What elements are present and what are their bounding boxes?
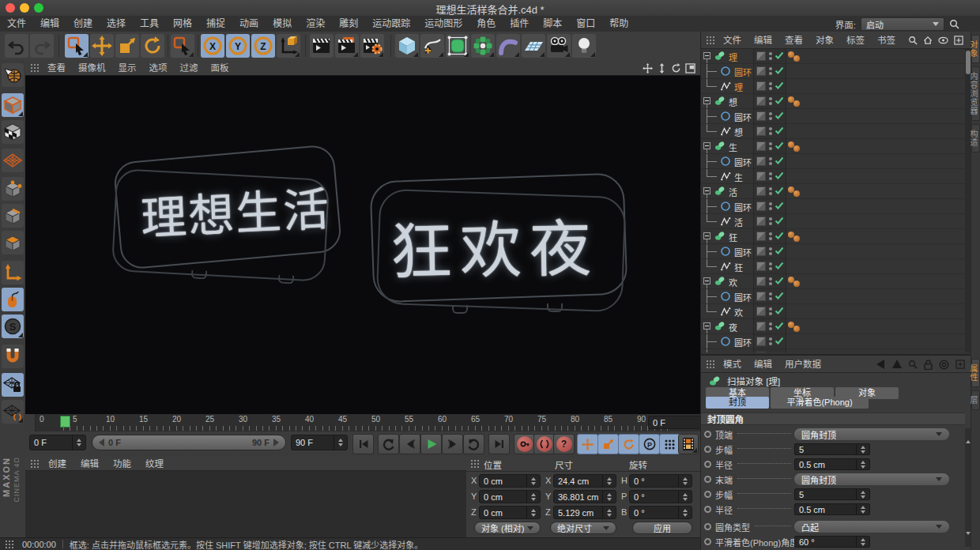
side-tab-内容浏览器[interactable]: 内容浏览器 — [971, 66, 980, 121]
object-name[interactable]: 活 — [734, 216, 743, 228]
lock-icon[interactable] — [924, 360, 933, 370]
zoom-view-icon[interactable] — [657, 63, 667, 73]
coordinate-system-button[interactable] — [277, 34, 300, 58]
menu-item-5[interactable]: 网格 — [166, 16, 199, 32]
enabled-check-icon[interactable] — [775, 321, 784, 333]
bend-deformer-button[interactable] — [496, 34, 520, 58]
timeline-ruler[interactable]: 051015202530354045505560657075808590 0 F — [25, 414, 700, 432]
tree-row-欢[interactable]: 欢 — [701, 304, 965, 319]
object-name[interactable]: 夜 — [729, 321, 737, 333]
tree-row-生[interactable]: 生 — [701, 139, 965, 154]
object-name[interactable]: 圆环 — [734, 156, 752, 168]
enabled-check-icon[interactable] — [775, 291, 784, 303]
side-tab-层[interactable]: 层 — [971, 390, 980, 410]
enabled-check-icon[interactable] — [775, 81, 784, 92]
am-menu-item-1[interactable]: 编辑 — [748, 356, 778, 372]
history-back-icon[interactable] — [875, 360, 886, 369]
expand-toggle-icon[interactable] — [703, 97, 710, 104]
subdivision-surface-button[interactable] — [446, 34, 469, 58]
layer-color-toggle[interactable] — [756, 51, 766, 61]
object-name[interactable]: 生 — [729, 141, 737, 153]
play-button[interactable] — [420, 434, 442, 454]
tree-row-活[interactable]: 活 — [701, 214, 965, 229]
object-name[interactable]: 活 — [729, 186, 737, 198]
tree-row-欢[interactable]: 欢 — [701, 274, 965, 289]
position-Z-field[interactable]: 0 cm — [479, 506, 541, 519]
visibility-dots-toggle[interactable] — [769, 97, 772, 107]
menu-item-15[interactable]: 脚本 — [536, 16, 569, 32]
object-name[interactable]: 狂 — [729, 231, 737, 243]
param-spinner-5[interactable]: 0.5 cm — [794, 503, 870, 515]
keyframe-circle-icon[interactable] — [704, 461, 711, 468]
viewport-menu-item-1[interactable]: 摄像机 — [72, 60, 112, 76]
visibility-dots-toggle[interactable] — [769, 262, 772, 272]
spinner-arrows[interactable] — [678, 475, 688, 487]
expand-toggle-icon[interactable] — [703, 52, 710, 59]
panel-drag-handle[interactable] — [706, 360, 715, 369]
menu-item-16[interactable]: 窗口 — [569, 16, 602, 32]
tree-row-圆环[interactable]: 圆环 — [701, 244, 965, 259]
visibility-dots-toggle[interactable] — [769, 82, 772, 92]
eye-icon[interactable] — [938, 36, 948, 44]
coordinate-mode-dropdown[interactable]: 对象 (相对) — [474, 522, 541, 534]
visibility-dots-toggle[interactable] — [769, 112, 772, 122]
expand-toggle-icon[interactable] — [703, 277, 710, 284]
am-menu-item-0[interactable]: 模式 — [717, 356, 748, 372]
visibility-dots-toggle[interactable] — [769, 202, 772, 212]
spinner-arrows[interactable] — [602, 491, 612, 503]
tree-row-圆环[interactable]: 圆环 — [701, 64, 965, 79]
enabled-check-icon[interactable] — [775, 126, 784, 138]
enabled-check-icon[interactable] — [775, 231, 784, 243]
spinner-arrows[interactable] — [72, 435, 81, 450]
enabled-check-icon[interactable] — [775, 351, 784, 352]
object-name[interactable]: 生 — [734, 171, 743, 183]
object-name[interactable]: 理 — [734, 81, 743, 93]
spinner-arrows[interactable] — [856, 459, 865, 469]
layer-color-toggle[interactable] — [756, 126, 766, 136]
keyframe-selection-button[interactable]: ? — [553, 434, 575, 454]
spinner-arrows[interactable] — [602, 507, 612, 518]
home-icon[interactable] — [923, 36, 933, 45]
search-icon[interactable] — [949, 19, 959, 29]
material-menu-item-0[interactable]: 创建 — [41, 456, 74, 472]
param-dropdown-3[interactable]: 圆角封顶 — [794, 473, 949, 485]
move-tool-button[interactable] — [90, 34, 114, 58]
panel-drag-handle[interactable] — [30, 63, 40, 73]
object-name[interactable]: 想 — [729, 96, 737, 108]
open-timeline-button[interactable] — [678, 434, 699, 454]
light-button[interactable] — [572, 34, 596, 58]
record-keyframe-button[interactable] — [514, 434, 535, 454]
om-menu-item-0[interactable]: 文件 — [717, 32, 748, 48]
visibility-dots-toggle[interactable] — [769, 52, 772, 62]
enabled-check-icon[interactable] — [775, 306, 784, 318]
tree-row-圆环[interactable]: 圆环 — [701, 289, 965, 304]
workplane-lock-button[interactable] — [2, 373, 24, 397]
render-view-button[interactable] — [310, 34, 334, 58]
lock-y-axis-button[interactable]: Y — [226, 34, 250, 58]
magnet-button[interactable] — [2, 345, 24, 368]
edges-mode-button[interactable] — [2, 204, 24, 228]
visibility-dots-toggle[interactable] — [769, 247, 772, 257]
spinner-arrows[interactable] — [856, 504, 865, 514]
texture-tag-icon[interactable] — [793, 145, 800, 152]
attr-tab-平滑着色(Phong)[interactable]: 平滑着色(Phong) — [771, 397, 869, 409]
texture-tag-icon[interactable] — [793, 100, 800, 107]
layer-color-toggle[interactable] — [756, 96, 766, 106]
enabled-check-icon[interactable] — [775, 276, 784, 288]
spinner-arrows[interactable] — [856, 489, 865, 499]
goto-prev-key-button[interactable] — [378, 434, 399, 454]
enabled-check-icon[interactable] — [775, 51, 784, 62]
goto-start-button[interactable] — [352, 434, 374, 454]
scale-tool-button[interactable] — [115, 34, 139, 58]
visibility-dots-toggle[interactable] — [769, 322, 772, 332]
viewport-menu-item-5[interactable]: 面板 — [205, 60, 236, 76]
menu-item-2[interactable]: 创建 — [66, 16, 100, 32]
keyframe-circle-icon[interactable] — [704, 523, 711, 530]
param-dropdown-6[interactable]: 凸起 — [794, 521, 949, 533]
workplane-snap-button[interactable] — [2, 400, 24, 424]
key-parameter-button[interactable]: P — [639, 434, 660, 454]
viewport-menu-item-0[interactable]: 查看 — [41, 60, 72, 76]
tree-row-生[interactable]: 生 — [701, 169, 965, 184]
om-menu-item-1[interactable]: 编辑 — [748, 32, 778, 48]
layer-color-toggle[interactable] — [756, 262, 766, 271]
